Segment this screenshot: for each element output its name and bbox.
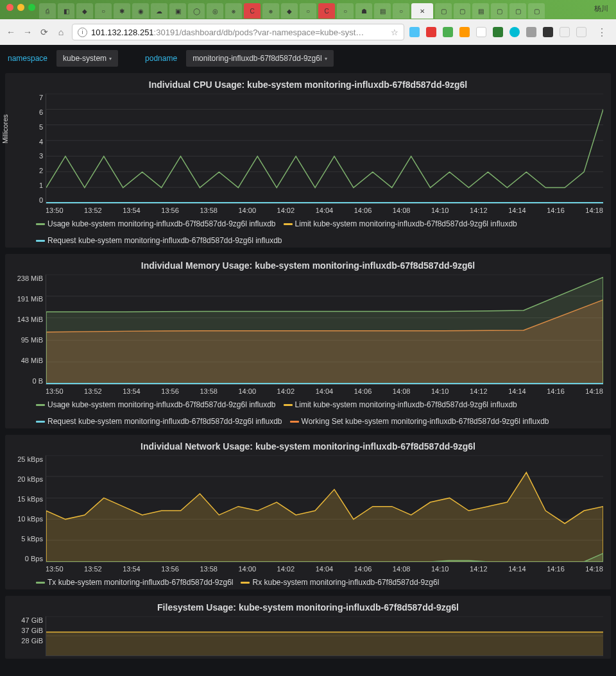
browser-tab[interactable]: ⎈ (262, 3, 279, 19)
chart-memory[interactable]: 238 MiB191 MiB143 MiB95 MiB48 MiB0 B 13:… (10, 275, 606, 396)
extension-icon[interactable] (459, 27, 470, 37)
x-axis: 13:5013:5213:5413:5613:5814:0014:0214:04… (46, 386, 603, 396)
var-podname-dropdown[interactable]: monitoring-influxdb-67f8d587dd-9zg6l▾ (186, 50, 333, 67)
legend-item[interactable]: Rx kube-system monitoring-influxdb-67f8d… (241, 578, 439, 587)
window-controls (6, 4, 35, 11)
panel-filesystem[interactable]: Filesystem Usage: kube-system monitoring… (5, 596, 611, 659)
extension-icons: ⋮ (409, 26, 611, 38)
legend-swatch (36, 582, 45, 584)
x-axis: 13:5013:5213:5413:5613:5814:0014:0214:04… (46, 564, 603, 574)
browser-tab[interactable]: ☁ (151, 3, 167, 19)
extension-icon[interactable] (576, 27, 586, 37)
extension-icon[interactable] (543, 27, 553, 37)
panel-title: Filesystem Usage: kube-system monitoring… (10, 602, 606, 613)
browser-tab[interactable]: ⎈ (225, 3, 242, 19)
browser-tab[interactable]: ▤ (472, 3, 489, 19)
browser-tab[interactable]: ○ (393, 3, 409, 19)
browser-tab[interactable]: ○ (300, 3, 316, 19)
url-port: :30191 (154, 28, 180, 37)
browser-tab[interactable]: ◆ (76, 3, 93, 19)
chart-network[interactable]: 25 kBps20 kBps15 kBps10 kBps5 kBps0 Bps … (10, 455, 606, 574)
close-icon[interactable] (6, 4, 13, 11)
y-axis: 47 GiB37 GiB28 GiB (10, 616, 46, 645)
panel-title: Individual Memory Usage: kube-system mon… (10, 260, 606, 271)
browser-tab[interactable]: ◯ (188, 3, 205, 19)
legend-item[interactable]: Limit kube-system monitoring-influxdb-67… (284, 400, 517, 409)
browser-tab[interactable]: ○ (337, 3, 354, 19)
legend-item[interactable]: Limit kube-system monitoring-influxdb-67… (284, 219, 517, 228)
browser-tab[interactable]: ▢ (454, 3, 470, 19)
panel-network[interactable]: Individual Network Usage: kube-system mo… (5, 435, 611, 589)
legend-item[interactable]: Usage kube-system monitoring-influxdb-67… (36, 219, 276, 228)
url-host: 101.132.128.251 (91, 28, 154, 37)
legend-item[interactable]: Usage kube-system monitoring-influxdb-67… (36, 400, 276, 409)
legend-swatch (36, 404, 45, 406)
y-axis: 238 MiB191 MiB143 MiB95 MiB48 MiB0 B (10, 275, 46, 385)
star-icon[interactable]: ☆ (391, 28, 398, 37)
plot-area (46, 616, 603, 656)
legend-swatch (284, 404, 293, 406)
maximize-icon[interactable] (28, 4, 35, 11)
legend-item[interactable]: Request kube-system monitoring-influxdb-… (36, 417, 282, 426)
browser-tab[interactable]: ◉ (132, 3, 149, 19)
extension-icon[interactable] (526, 27, 536, 37)
browser-tab[interactable]: ▤ (374, 3, 391, 19)
address-bar[interactable]: i 101.132.128.251:30191/dashboard/db/pod… (72, 24, 404, 40)
panel-title: Individual CPU Usage: kube-system monito… (10, 80, 606, 90)
browser-tab[interactable]: ✱ (114, 3, 130, 19)
browser-tab[interactable]: C (244, 3, 261, 19)
browser-tab[interactable]: C (318, 3, 335, 19)
var-namespace-dropdown[interactable]: kube-system▾ (56, 50, 118, 67)
plot-area (46, 94, 603, 204)
browser-tab[interactable]: ▢ (509, 3, 526, 19)
browser-tab[interactable]: ▢ (435, 3, 452, 19)
extension-icon[interactable] (443, 27, 453, 37)
browser-tab-active[interactable]: ✕ (411, 3, 433, 19)
chevron-down-icon: ▾ (109, 56, 112, 62)
extension-icon[interactable] (509, 27, 520, 37)
extension-icon[interactable] (493, 27, 503, 37)
browser-tab[interactable]: ▣ (169, 3, 186, 19)
svg-rect-25 (46, 632, 603, 655)
y-axis: 25 kBps20 kBps15 kBps10 kBps5 kBps0 Bps (10, 455, 46, 562)
chart-filesystem[interactable]: 47 GiB37 GiB28 GiB (10, 616, 606, 656)
url-path: /dashboard/db/pods?var-namespace=kube-sy… (179, 28, 364, 37)
legend: Usage kube-system monitoring-influxdb-67… (10, 219, 606, 245)
extension-icon[interactable] (560, 27, 570, 37)
browser-tab-bar: ⎙ ◧ ◆ ○ ✱ ◉ ☁ ▣ ◯ ◎ ⎈ C ⎈ ◆ ○ C ○ ☗ ▤ ○ … (35, 0, 616, 19)
browser-tab[interactable]: ▢ (528, 3, 545, 19)
back-button[interactable]: ← (5, 26, 17, 38)
plot-area (46, 275, 603, 385)
y-axis: 76543210 (10, 94, 46, 204)
browser-tab[interactable]: ▢ (491, 3, 508, 19)
reload-button[interactable]: ⟳ (38, 26, 50, 38)
browser-tab[interactable]: ◎ (207, 3, 223, 19)
panel-title: Individual Network Usage: kube-system mo… (10, 441, 606, 452)
minimize-icon[interactable] (17, 4, 24, 11)
extension-icon[interactable] (426, 27, 436, 37)
browser-tab[interactable]: ◆ (281, 3, 298, 19)
home-button[interactable]: ⌂ (55, 26, 67, 38)
legend-item[interactable]: Working Set kube-system monitoring-influ… (290, 417, 549, 426)
browser-tab[interactable]: ⎙ (39, 3, 56, 19)
extension-icon[interactable] (476, 27, 486, 37)
browser-tab[interactable]: ○ (95, 3, 112, 19)
x-axis: 13:5013:5213:5413:5613:5814:0014:0214:04… (46, 205, 603, 215)
legend-item[interactable]: Request kube-system monitoring-influxdb-… (36, 236, 282, 245)
panel-memory[interactable]: Individual Memory Usage: kube-system mon… (5, 254, 611, 428)
legend-item[interactable]: Tx kube-system monitoring-influxdb-67f8d… (36, 578, 233, 587)
var-namespace-label: namespace (5, 50, 50, 67)
browser-toolbar: ← → ⟳ ⌂ i 101.132.128.251:30191/dashboar… (0, 19, 616, 45)
forward-button[interactable]: → (22, 26, 33, 38)
browser-menu-icon[interactable]: ⋮ (593, 26, 611, 38)
legend-swatch (36, 240, 45, 242)
site-info-icon[interactable]: i (78, 28, 87, 37)
panel-cpu[interactable]: Individual CPU Usage: kube-system monito… (5, 73, 611, 248)
chart-cpu[interactable]: Millicores 76543210 13:5013:5213:5413:56… (10, 94, 606, 215)
grafana-page: namespace kube-system▾ podname monitorin… (0, 45, 616, 676)
browser-tab[interactable]: ◧ (58, 3, 74, 19)
plot-area (46, 455, 603, 562)
browser-tab[interactable]: ☗ (355, 3, 372, 19)
svg-marker-14 (46, 277, 603, 384)
extension-icon[interactable] (409, 27, 420, 37)
